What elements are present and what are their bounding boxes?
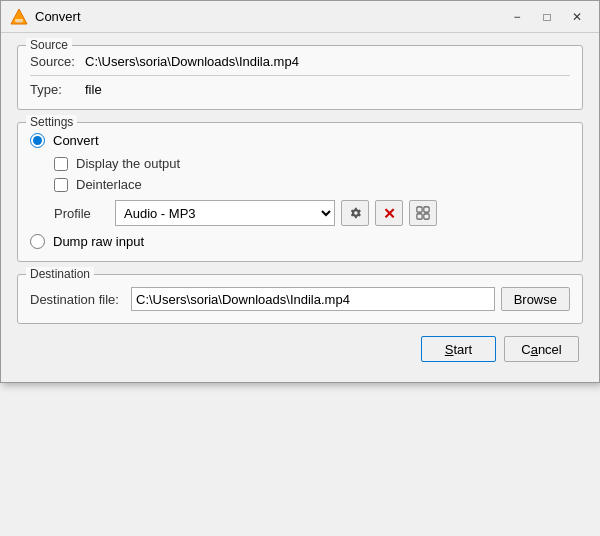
display-output-row: Display the output [54,156,570,171]
display-output-label: Display the output [76,156,180,171]
minimize-button[interactable]: − [503,6,531,28]
convert-radio-label: Convert [53,133,99,148]
deinterlace-row: Deinterlace [54,177,570,192]
footer: Start Cancel [17,336,583,366]
red-x-icon: ✕ [383,206,396,221]
dump-raw-radio[interactable] [30,234,45,249]
source-label: Source: [30,54,85,69]
start-label: Start [445,342,472,357]
dump-raw-label: Dump raw input [53,234,144,249]
maximize-button[interactable]: □ [533,6,561,28]
main-window: Convert − □ ✕ Source Source: C:\Users\so… [0,0,600,383]
window-content: Source Source: C:\Users\soria\Downloads\… [1,33,599,382]
window-title: Convert [35,9,503,24]
source-row: Source: C:\Users\soria\Downloads\Indila.… [30,54,570,69]
profile-label: Profile [54,206,109,221]
titlebar: Convert − □ ✕ [1,1,599,33]
vlc-icon [9,7,29,27]
type-label: Type: [30,82,85,97]
svg-rect-6 [424,214,429,219]
svg-rect-2 [16,21,22,23]
type-row: Type: file [30,82,570,97]
destination-group-label: Destination [26,267,94,281]
source-divider [30,75,570,76]
settings-group-label: Settings [26,115,77,129]
svg-rect-3 [417,207,422,212]
browse-button[interactable]: Browse [501,287,570,311]
source-group-label: Source [26,38,72,52]
destination-input[interactable] [131,287,495,311]
close-button[interactable]: ✕ [563,6,591,28]
cancel-label: Cancel [521,342,561,357]
profile-new-button[interactable] [409,200,437,226]
type-value: file [85,82,102,97]
display-output-checkbox[interactable] [54,157,68,171]
destination-file-label: Destination file: [30,292,125,307]
cancel-button[interactable]: Cancel [504,336,579,362]
deinterlace-checkbox[interactable] [54,178,68,192]
profile-settings-button[interactable] [341,200,369,226]
convert-radio[interactable] [30,133,45,148]
convert-radio-row: Convert [30,133,570,148]
svg-rect-5 [417,214,422,219]
deinterlace-label: Deinterlace [76,177,142,192]
profile-row: Profile Audio - MP3 Video - H.264 + MP3 … [54,200,570,226]
window-controls: − □ ✕ [503,6,591,28]
start-button[interactable]: Start [421,336,496,362]
destination-row: Destination file: Browse [30,287,570,311]
profile-select[interactable]: Audio - MP3 Video - H.264 + MP3 (MP4) Vi… [115,200,335,226]
profile-delete-button[interactable]: ✕ [375,200,403,226]
destination-group: Destination Destination file: Browse [17,274,583,324]
dump-raw-row: Dump raw input [30,234,570,249]
source-group: Source Source: C:\Users\soria\Downloads\… [17,45,583,110]
svg-rect-4 [424,207,429,212]
settings-group: Settings Convert Display the output Dein… [17,122,583,262]
source-value: C:\Users\soria\Downloads\Indila.mp4 [85,54,299,69]
